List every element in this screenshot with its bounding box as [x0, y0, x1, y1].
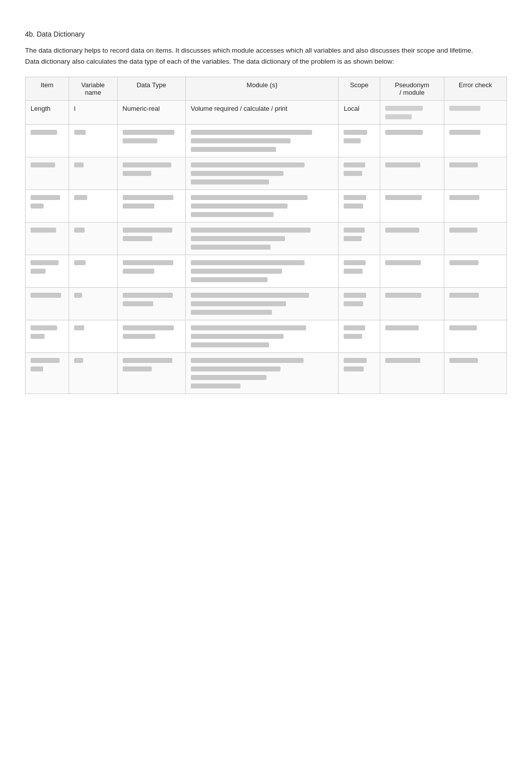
cell-module	[185, 157, 339, 190]
section-description: The data dictionary helps to record data…	[25, 45, 476, 67]
cell-scope	[339, 190, 380, 223]
cell-scope	[339, 320, 380, 353]
cell-item	[26, 157, 69, 190]
cell-item	[26, 255, 69, 288]
cell-datatype	[117, 223, 185, 255]
cell-module	[185, 125, 339, 157]
cell-pseudonym	[380, 353, 444, 394]
cell-pseudonym	[380, 320, 444, 353]
cell-variable	[69, 190, 117, 223]
col-scope: Scope	[339, 77, 380, 101]
cell-datatype	[117, 255, 185, 288]
cell-item	[26, 288, 69, 320]
cell-item	[26, 125, 69, 157]
table-row	[26, 157, 507, 190]
cell-pseudonym	[380, 125, 444, 157]
cell-scope	[339, 157, 380, 190]
table-row	[26, 320, 507, 353]
cell-item	[26, 190, 69, 223]
cell-pseudonym	[380, 101, 444, 125]
cell-pseudonym	[380, 288, 444, 320]
cell-variable	[69, 255, 117, 288]
cell-scope	[339, 223, 380, 255]
cell-scope	[339, 255, 380, 288]
data-dictionary-table: Item Variablename Data Type Module (s) S…	[25, 77, 507, 394]
cell-pseudonym	[380, 223, 444, 255]
cell-pseudonym	[380, 190, 444, 223]
cell-variable	[69, 320, 117, 353]
cell-datatype	[117, 157, 185, 190]
cell-variable	[69, 288, 117, 320]
cell-module	[185, 320, 339, 353]
cell-error-check	[444, 255, 507, 288]
cell-module	[185, 353, 339, 394]
table-row	[26, 255, 507, 288]
cell-datatype	[117, 353, 185, 394]
col-module: Module (s)	[185, 77, 339, 101]
cell-pseudonym	[380, 255, 444, 288]
cell-error-check	[444, 101, 507, 125]
table-row	[26, 353, 507, 394]
cell-scope: Local	[339, 101, 380, 125]
col-data-type: Data Type	[117, 77, 185, 101]
col-pseudonym: Pseudonym/ module	[380, 77, 444, 101]
cell-module	[185, 255, 339, 288]
cell-scope	[339, 353, 380, 394]
cell-datatype	[117, 288, 185, 320]
col-variable-name: Variablename	[69, 77, 117, 101]
cell-error-check	[444, 223, 507, 255]
cell-variable	[69, 157, 117, 190]
cell-item	[26, 353, 69, 394]
cell-scope	[339, 125, 380, 157]
col-item: Item	[26, 77, 69, 101]
table-row	[26, 190, 507, 223]
cell-scope	[339, 288, 380, 320]
table-row	[26, 288, 507, 320]
cell-module: Volume required / calculate / print	[185, 101, 339, 125]
cell-module	[185, 288, 339, 320]
cell-error-check	[444, 125, 507, 157]
cell-module	[185, 190, 339, 223]
cell-variable	[69, 125, 117, 157]
section-title: 4b. Data Dictionary	[25, 30, 507, 38]
cell-error-check	[444, 157, 507, 190]
table-row	[26, 125, 507, 157]
table-row	[26, 223, 507, 255]
table-row: Length l Numeric-real Volume required / …	[26, 101, 507, 125]
col-error-check: Error check	[444, 77, 507, 101]
cell-datatype	[117, 125, 185, 157]
cell-item	[26, 223, 69, 255]
cell-variable	[69, 223, 117, 255]
cell-error-check	[444, 288, 507, 320]
cell-datatype	[117, 320, 185, 353]
cell-item	[26, 320, 69, 353]
cell-variable	[69, 353, 117, 394]
cell-error-check	[444, 320, 507, 353]
cell-error-check	[444, 353, 507, 394]
cell-pseudonym	[380, 157, 444, 190]
table-header-row: Item Variablename Data Type Module (s) S…	[26, 77, 507, 101]
cell-module	[185, 223, 339, 255]
cell-item: Length	[26, 101, 69, 125]
cell-error-check	[444, 190, 507, 223]
cell-datatype: Numeric-real	[117, 101, 185, 125]
cell-datatype	[117, 190, 185, 223]
cell-variable: l	[69, 101, 117, 125]
